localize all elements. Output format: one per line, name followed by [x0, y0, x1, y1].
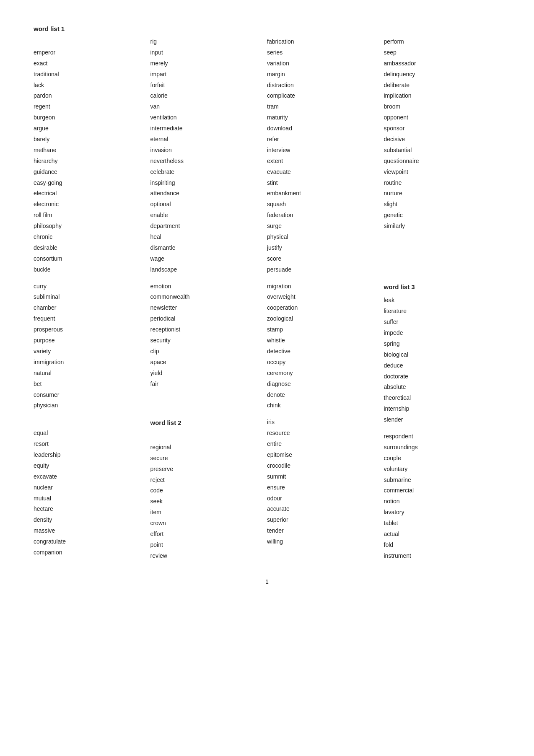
list-item: lack — [34, 80, 142, 91]
list-item: deduce — [384, 360, 493, 371]
list-item: overweight — [267, 292, 376, 303]
list-item: buckle — [34, 264, 142, 275]
list-item: review — [150, 551, 259, 562]
list-item — [150, 400, 259, 411]
list-item: input — [150, 47, 259, 58]
list-item: celebrate — [150, 167, 259, 178]
list-item: desirable — [34, 243, 142, 254]
list-item: deliberate — [384, 80, 493, 91]
list-item: routine — [384, 178, 493, 189]
list-item: entire — [267, 439, 376, 450]
list-item: questionnaire — [384, 156, 493, 167]
list-item: extent — [267, 156, 376, 167]
list-item: frequent — [34, 313, 142, 324]
list-item: electronic — [34, 199, 142, 210]
list-item: genetic — [384, 210, 493, 221]
list-item: code — [150, 485, 259, 496]
list-item: seek — [150, 496, 259, 507]
list-item: notion — [384, 496, 493, 507]
page-number: 1 — [34, 578, 500, 585]
list-item: excavate — [34, 471, 142, 482]
list-item: detective — [267, 346, 376, 357]
list-item: chronic — [34, 232, 142, 243]
list-item: chink — [267, 400, 376, 411]
list-item: sponsor — [384, 123, 493, 134]
list-item: crown — [150, 518, 259, 529]
list-item: substantial — [384, 145, 493, 156]
list-item: perform — [384, 36, 493, 47]
list-item: voluntary — [384, 464, 493, 475]
list-item: iris — [267, 417, 376, 428]
list-item: seep — [384, 47, 493, 58]
list-item: fold — [384, 540, 493, 551]
list-item: pardon — [34, 91, 142, 101]
list-item: rig — [150, 36, 259, 47]
list-item: squash — [267, 199, 376, 210]
list-item: prosperous — [34, 324, 142, 335]
list-item: summit — [267, 471, 376, 482]
list-item: bet — [34, 379, 142, 390]
list-item: interview — [267, 145, 376, 156]
list-item: preserve — [150, 464, 259, 475]
list-item: dismantle — [150, 243, 259, 254]
list-item: hectare — [34, 504, 142, 515]
list-item: series — [267, 47, 376, 58]
list-item: leadership — [34, 450, 142, 461]
list-item: refer — [267, 134, 376, 145]
list-item: maturity — [267, 112, 376, 123]
list-item: evacuate — [267, 167, 376, 178]
list-item: mutual — [34, 493, 142, 504]
list-item: consortium — [34, 254, 142, 264]
list-item: migration — [267, 281, 376, 292]
list-item: clip — [150, 346, 259, 357]
list-item: actual — [384, 529, 493, 540]
list-item: apace — [150, 357, 259, 368]
list-item: ambassador — [384, 58, 493, 69]
list-item: ventilation — [150, 112, 259, 123]
list-item: equal — [34, 428, 142, 439]
list-item: landscape — [150, 264, 259, 275]
list-item: enable — [150, 210, 259, 221]
list-item: ceremony — [267, 368, 376, 379]
list-item: purpose — [34, 335, 142, 346]
list-item: invasion — [150, 145, 259, 156]
list-item: attendance — [150, 188, 259, 199]
list-item: viewpoint — [384, 167, 493, 178]
list-item: resort — [34, 439, 142, 450]
list-item: periodical — [150, 313, 259, 324]
list-item: spring — [384, 339, 493, 350]
list-item: odour — [267, 493, 376, 504]
list-item: impart — [150, 69, 259, 80]
list-item: merely — [150, 58, 259, 69]
column-2: rig input merely impart forfeit calorie … — [150, 36, 267, 562]
list-item: respondent — [384, 431, 493, 442]
list-item: persuade — [267, 264, 376, 275]
list-item: department — [150, 221, 259, 232]
list-item: chamber — [34, 303, 142, 313]
list-item: impede — [384, 328, 493, 339]
main-columns: emperor exact traditional lack pardon re… — [34, 36, 500, 562]
list-item: nevertheless — [150, 156, 259, 167]
list-item: wage — [150, 254, 259, 264]
list-item: calorie — [150, 91, 259, 101]
list-item: lavatory — [384, 507, 493, 518]
list-item: occupy — [267, 357, 376, 368]
list-item: instrument — [384, 551, 493, 562]
column-4: perform seep ambassador delinquency deli… — [384, 36, 501, 562]
list-item: tram — [267, 101, 376, 112]
list-item: couple — [384, 453, 493, 464]
column-3: fabrication series variation margin dist… — [267, 36, 384, 562]
list-item: density — [34, 515, 142, 526]
list-item: barely — [34, 134, 142, 145]
list-item: receptionist — [150, 324, 259, 335]
list-item: absolute — [384, 382, 493, 393]
list-item: cooperation — [267, 303, 376, 313]
column-1: emperor exact traditional lack pardon re… — [34, 36, 150, 562]
list-item: epitomise — [267, 450, 376, 461]
list-item — [384, 264, 493, 275]
list-item: crocodile — [267, 461, 376, 471]
list-item: consumer — [34, 390, 142, 401]
list-item: denote — [267, 390, 376, 401]
list-item: item — [150, 507, 259, 518]
list-item: argue — [34, 123, 142, 134]
